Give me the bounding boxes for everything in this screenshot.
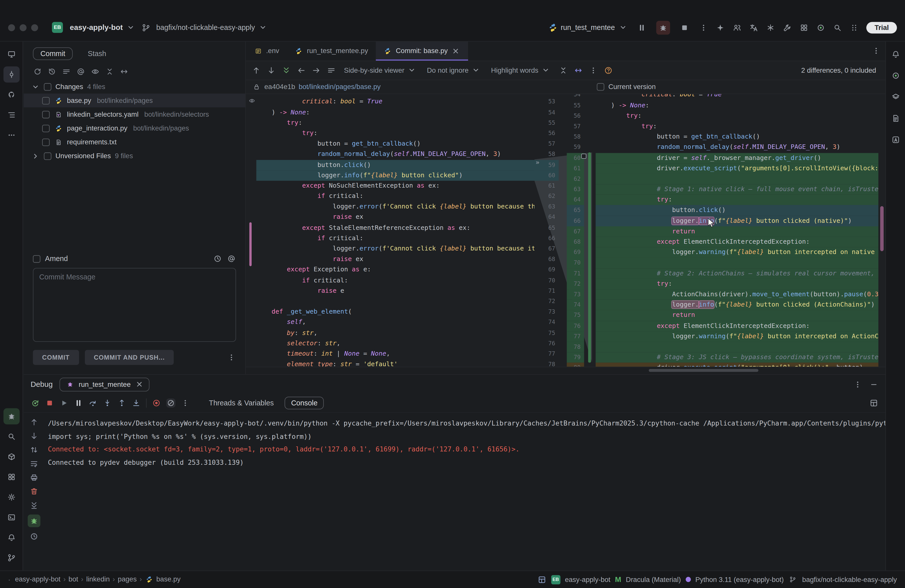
code-line[interactable]: logger.error(f'Cannot click {label} butt…	[256, 244, 535, 254]
step-over-icon[interactable]	[88, 398, 98, 408]
clear-console-icon[interactable]	[29, 487, 39, 496]
debug-button[interactable]	[656, 21, 670, 35]
unversioned-checkbox[interactable]	[44, 152, 51, 160]
status-interpreter[interactable]: Python 3.11 (easy-apply-bot)	[695, 576, 784, 584]
layout-icon[interactable]	[537, 575, 546, 584]
mute-breakpoints-icon[interactable]	[166, 398, 175, 408]
step-into-icon[interactable]	[103, 398, 112, 408]
code-line[interactable]: raise e	[256, 286, 535, 296]
search-everywhere-icon[interactable]	[833, 23, 842, 32]
tab-stash[interactable]: Stash	[81, 48, 113, 60]
changes-checkbox[interactable]	[44, 83, 51, 90]
diff-right-pane[interactable]: critical: bool = True ) -> None: try: tr…	[592, 94, 885, 367]
database-tool-button[interactable]	[888, 89, 903, 105]
code-line[interactable]: try:	[256, 128, 535, 139]
ai-assistant-icon[interactable]	[716, 23, 725, 32]
notifications-tool-button[interactable]	[3, 530, 19, 546]
mention-icon[interactable]	[227, 254, 236, 263]
chevron-right-icon[interactable]	[31, 151, 40, 161]
code-line[interactable]: raise ex	[256, 254, 535, 265]
coverage-icon[interactable]	[816, 23, 826, 32]
code-line[interactable]: # Stage 1: native click — full mouse eve…	[595, 184, 878, 195]
left-scrollbar-thumb[interactable]	[249, 222, 252, 266]
run-to-cursor-icon[interactable]	[132, 398, 141, 408]
status-project-name[interactable]: easy-apply-bot	[565, 576, 610, 584]
right-scrollbar[interactable]	[878, 94, 885, 367]
commit-options-icon[interactable]	[227, 353, 236, 362]
trial-badge[interactable]: Trial	[867, 22, 897, 33]
preview-diff-icon[interactable]	[90, 67, 100, 76]
find-tool-button[interactable]	[3, 429, 19, 445]
code-line[interactable]	[595, 342, 878, 352]
code-line[interactable]	[595, 174, 878, 184]
code-line[interactable]: if critical:	[256, 233, 535, 244]
whitespace-dropdown[interactable]: Do not ignore	[425, 64, 483, 76]
previous-change-button[interactable]	[252, 66, 261, 75]
print-icon[interactable]	[29, 473, 39, 482]
breadcrumb-item[interactable]: bot	[68, 575, 78, 583]
close-icon[interactable]	[135, 380, 144, 389]
status-theme[interactable]: Dracula (Material)	[626, 576, 681, 584]
editor-tab[interactable]: Commit: base.py	[376, 41, 468, 60]
viewer-dropdown[interactable]: Side-by-side viewer	[341, 64, 419, 76]
git-tool-button[interactable]	[3, 550, 19, 566]
code-line[interactable]: selector: str,	[256, 338, 535, 349]
amend-checkbox[interactable]	[33, 255, 40, 262]
file-row[interactable]: base.pybot/linkedin/pages	[24, 94, 245, 107]
code-line[interactable]: try:	[595, 279, 878, 289]
scroll-to-top-icon[interactable]	[29, 418, 39, 427]
window-zoom-icon[interactable]	[31, 24, 38, 31]
code-line[interactable]: except StaleElementReferenceException as…	[256, 222, 535, 233]
pause-icon[interactable]	[74, 398, 83, 408]
editor-tab[interactable]: run_test_mentee.py	[287, 41, 376, 60]
code-line[interactable]: except Exception as e:	[256, 265, 535, 275]
code-line[interactable]	[595, 258, 878, 269]
eye-icon[interactable]	[247, 96, 256, 105]
more-actions-button[interactable]	[699, 23, 708, 32]
layout-settings-icon[interactable]	[869, 398, 879, 408]
code-line[interactable]: try:	[595, 195, 878, 205]
collapse-all-icon[interactable]	[105, 67, 114, 76]
window-close-icon[interactable]	[8, 24, 15, 31]
breadcrumb-item[interactable]: base.py	[156, 575, 181, 583]
code-line[interactable]: critical: bool = True	[595, 94, 878, 100]
debugger-console-toggle[interactable]	[28, 515, 40, 528]
code-line[interactable]: button = get_btn_callback()	[595, 132, 878, 142]
view-breakpoints-icon[interactable]	[152, 398, 161, 408]
file-checkbox[interactable]	[42, 138, 50, 146]
code-line[interactable]: button.click()	[595, 205, 878, 216]
apply-non-conflicting-icon[interactable]	[281, 66, 291, 75]
terminal-tool-button[interactable]	[3, 510, 19, 526]
notifications-button[interactable]	[888, 46, 903, 62]
code-line[interactable]: logger.error(f'Cannot click {label} butt…	[256, 202, 535, 212]
step-out-icon[interactable]	[117, 398, 127, 408]
breadcrumb-item[interactable]: linkedin	[86, 575, 110, 583]
code-line[interactable]: raise ex	[256, 212, 535, 223]
code-line[interactable]: try:	[595, 121, 878, 132]
file-row[interactable]: page_interaction.pybot/linkedin/pages	[24, 121, 245, 135]
code-line[interactable]: except NoSuchElementException as ex:	[256, 181, 535, 191]
packages-tool-button[interactable]	[3, 449, 19, 465]
accept-right-button[interactable]	[312, 66, 321, 75]
refresh-icon[interactable]	[33, 67, 42, 76]
current-version-checkbox[interactable]	[597, 83, 604, 91]
code-line[interactable]: button.click()	[256, 160, 535, 170]
debug-tool-button[interactable]	[3, 408, 19, 424]
code-line[interactable]: random_normal_delay(self.MIN_DELAY_PAGE_…	[256, 149, 535, 160]
code-line[interactable]: # Stage 2: ActionChains — simulates real…	[595, 269, 878, 279]
include-change-checkbox[interactable]	[581, 154, 586, 159]
code-line[interactable]: element_type: str = 'default'	[256, 359, 535, 367]
services-tool-button[interactable]	[3, 469, 19, 485]
next-change-button[interactable]	[267, 66, 276, 75]
plugins-icon[interactable]	[800, 23, 809, 32]
changelist-icon[interactable]	[62, 67, 71, 76]
code-line[interactable]: try:	[256, 118, 535, 128]
commit-message-input[interactable]	[33, 268, 236, 342]
scroll-to-end-icon[interactable]	[29, 501, 39, 510]
file-row[interactable]: requirements.txt	[24, 135, 245, 149]
code-line[interactable]: driver.execute_script("arguments[0].scro…	[595, 163, 878, 174]
code-line[interactable]: timeout: int | None = None,	[256, 348, 535, 359]
code-line[interactable]: self,	[256, 317, 535, 328]
window-minimize-icon[interactable]	[20, 24, 27, 31]
code-line[interactable]: def _get_web_element(	[256, 307, 535, 317]
